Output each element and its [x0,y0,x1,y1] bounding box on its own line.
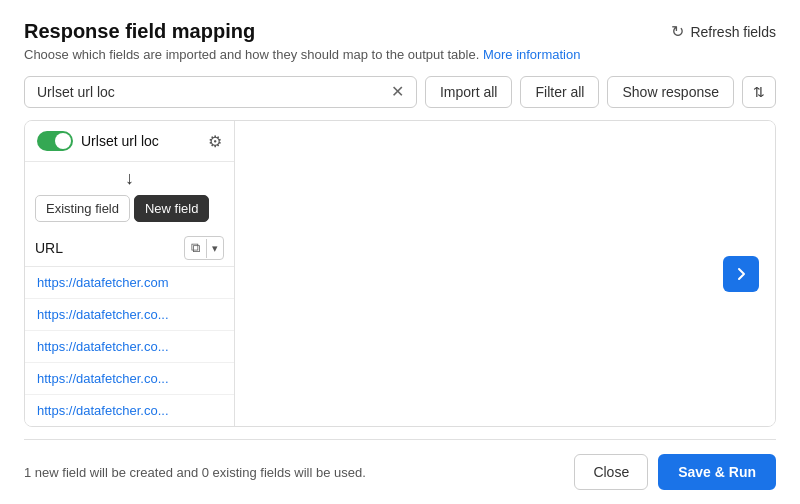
refresh-label: Refresh fields [690,24,776,40]
page-title: Response field mapping [24,20,255,43]
list-item[interactable]: https://datafetcher.co... [25,395,234,426]
close-button[interactable]: Close [574,454,648,490]
subtitle: Choose which fields are imported and how… [24,47,776,62]
chevron-right-icon [733,266,749,282]
right-panel [235,121,775,426]
list-item[interactable]: https://datafetcher.co... [25,331,234,363]
url-label: URL [35,240,178,256]
url-controls: ⧉ ▾ [184,236,224,260]
footer-actions: Close Save & Run [574,454,776,490]
field-name: Urlset url loc [81,133,159,149]
toggle-label: Urlset url loc [37,131,159,151]
url-chevron-button[interactable]: ▾ [206,239,223,258]
list-item[interactable]: https://datafetcher.co... [25,363,234,395]
list-item[interactable]: https://datafetcher.com [25,267,234,299]
field-type-row: Existing field New field [25,195,234,230]
left-panel: Urlset url loc ⚙ ↓ Existing field New fi… [25,121,235,426]
clear-button[interactable]: ✕ [391,84,404,100]
refresh-icon: ↻ [671,22,684,41]
field-header: Urlset url loc ⚙ [25,121,234,162]
new-field-button[interactable]: New field [134,195,209,222]
more-info-link[interactable]: More information [483,47,581,62]
next-button[interactable] [723,256,759,292]
data-list: https://datafetcher.com https://datafetc… [25,267,234,426]
footer-status-text: 1 new field will be created and 0 existi… [24,465,366,480]
footer: 1 new field will be created and 0 existi… [24,439,776,504]
filter-all-button[interactable]: Filter all [520,76,599,108]
page-header: Response field mapping ↻ Refresh fields [24,20,776,43]
url-row: URL ⧉ ▾ [25,230,234,267]
sort-button[interactable]: ⇅ [742,76,776,108]
list-item[interactable]: https://datafetcher.co... [25,299,234,331]
arrow-down: ↓ [25,162,234,195]
field-toggle[interactable] [37,131,73,151]
main-area: Urlset url loc ⚙ ↓ Existing field New fi… [24,120,776,427]
show-response-button[interactable]: Show response [607,76,734,108]
search-value: Urlset url loc [37,84,115,100]
search-field[interactable]: Urlset url loc ✕ [24,76,417,108]
url-copy-button[interactable]: ⧉ [185,237,206,259]
import-all-button[interactable]: Import all [425,76,513,108]
existing-field-button[interactable]: Existing field [35,195,130,222]
save-run-button[interactable]: Save & Run [658,454,776,490]
gear-button[interactable]: ⚙ [208,132,222,151]
refresh-button[interactable]: ↻ Refresh fields [671,22,776,41]
toolbar: Urlset url loc ✕ Import all Filter all S… [24,76,776,108]
